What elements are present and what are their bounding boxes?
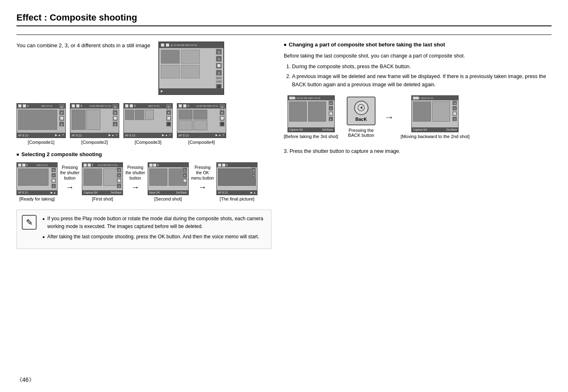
arrow-2: Pressingthe shutterbutton → — [125, 165, 145, 199]
arrow-3: Pressingthe OKmenu button → — [191, 165, 214, 199]
shooting-sequence: ⬜ ⬜ 8 2007.07.21 Q A ⬜ || AF $ 12-▶ ▲ — [16, 162, 271, 201]
page-number: 《46》 — [16, 376, 35, 384]
pressing-shutter-2-label: Pressingthe shutterbutton — [125, 165, 145, 181]
seq-final: ⬜ ⬜ 8 Q A AF $ 12-▶ ▲ [The final picture… — [216, 162, 257, 201]
cam-ready: ⬜ ⬜ 8 2007.07.21 Q A ⬜ || AF $ 12-▶ ▲ — [16, 162, 58, 195]
camera-top-bar: ⬜⬜801:00 PM 2007.07.01 — [159, 42, 223, 48]
after-2nd-shot-group: ⬜⬜8 2007.07.01 Q A ⬜ || Capture:SHDel:Ba… — [401, 95, 470, 139]
selecting-section-title: Selecting 2 composite shooting — [16, 151, 271, 157]
cam-final: ⬜ ⬜ 8 Q A AF $ 12-▶ ▲ — [216, 162, 257, 195]
seq-first-shot: ⬜ ⬜ 8 01:01 PM 2007.07.01 Q A ⬜ || Captu… — [82, 162, 123, 201]
seq-second-shot: ⬜ ⬜ 8 Q A ⬜ Save:OKDel:Back [Second shot… — [148, 162, 189, 201]
composite-examples-row: ⬜ ⬜ 8 2007.07.21 Q A ⬜ || AF $ 12-▶ ▲ ↗ — [16, 103, 271, 145]
large-camera-preview: ⬜⬜801:00 PM 2007.07.01 Q A ⬜ || OFF ⬛ — [158, 42, 224, 95]
back-button-visual-group: BacK Pressing the BACK button — [345, 97, 378, 138]
note-icon: ✎ — [22, 215, 37, 230]
pressing-ok-label: Pressingthe OKmenu button — [191, 165, 214, 181]
seq-ready: ⬜ ⬜ 8 2007.07.21 Q A ⬜ || AF $ 12-▶ ▲ — [16, 162, 58, 201]
composite-4-label: [Composite4] — [177, 140, 226, 145]
steps-list: During the composite shots, press the BA… — [292, 62, 552, 89]
seq-second-label: [Second shot] — [148, 196, 189, 201]
step-1: During the composite shots, press the BA… — [292, 62, 552, 71]
note-text: If you press the Play mode button or rot… — [42, 215, 266, 244]
camera-bottom-bar: ▶ — [159, 88, 223, 94]
seq-final-label: [The final picture] — [216, 196, 257, 201]
step-3: 3. Press the shutter button to capture a… — [284, 147, 552, 155]
right-body-text: Before taking the last composite shot, y… — [284, 52, 552, 60]
arrow-right: → — [384, 111, 394, 123]
composite-1-label: [Composite1] — [16, 140, 66, 145]
cam-after-back: ⬜⬜8 2007.07.01 Q A ⬜ || Capture:SHDel:Ba… — [411, 95, 459, 132]
composite-3: ⬜ ⬜ 8 2007.07.01 Q A ⬜ ⬛ — [123, 103, 173, 145]
before-3rd-shot-group: ⬜⬜8 01:00 PM 2007.07.01 Q A ⬜ || Capture… — [284, 95, 338, 139]
intro-text: You can combine 2, 3, or 4 different sho… — [16, 42, 150, 50]
composite-1: ⬜ ⬜ 8 2007.07.21 Q A ⬜ || AF $ 12-▶ ▲ ↗ — [16, 103, 66, 145]
left-column: You can combine 2, 3, or 4 different sho… — [16, 42, 271, 249]
after-2nd-label: [Moving backward to the 2nd shot] — [401, 134, 470, 139]
composite-2: ⬜ ⬜ 8 01:00 PM 2007.07.01 Q A ⬜ || — [70, 103, 119, 145]
pressing-back-label: Pressing the BACK button — [345, 128, 378, 138]
seq-ready-label: [Ready for taking] — [16, 196, 58, 201]
page-title: Effect : Composite shooting — [16, 12, 552, 26]
right-column: Changing a part of composite shot before… — [284, 42, 552, 249]
before-3rd-label: [Before taking the 3rd shot] — [284, 134, 338, 139]
pressing-shutter-1-label: Pressingthe shutterbutton — [60, 165, 79, 181]
back-icon — [354, 101, 369, 115]
composite-2-label: [Composite2] — [70, 140, 119, 145]
cam-before-3rd: ⬜⬜8 01:00 PM 2007.07.01 Q A ⬜ || Capture… — [287, 95, 335, 132]
arrow-1: Pressingthe shutterbutton → — [60, 165, 79, 199]
camera-icon-panel: Q A ⬜ || OFF ⬛ — [216, 49, 222, 90]
cam-first-shot: ⬜ ⬜ 8 01:01 PM 2007.07.01 Q A ⬜ || Captu… — [82, 162, 123, 195]
cam-second-shot: ⬜ ⬜ 8 Q A ⬜ Save:OKDel:Back — [148, 162, 189, 195]
back-label: BacK — [355, 117, 367, 122]
note-2: After taking the last composite shooting… — [47, 233, 259, 241]
camera-main-area — [159, 48, 223, 80]
composite-4: ⬜ ⬜ 8 01:00 PM 2007.07.01 Q A ⬜ ⬛ — [177, 103, 226, 145]
back-button-section: ⬜⬜8 01:00 PM 2007.07.01 Q A ⬜ || Capture… — [284, 95, 552, 139]
composite-3-label: [Composite3] — [123, 140, 173, 145]
step-2: A previous image will be deleted and new… — [292, 72, 552, 89]
note-box: ✎ If you press the Play mode button or r… — [16, 210, 271, 249]
seq-first-label: [First shot] — [82, 196, 123, 201]
right-section-title: Changing a part of composite shot before… — [284, 42, 552, 48]
back-button-visual: BacK — [347, 97, 376, 125]
note-1: If you press the Play mode button or rot… — [47, 215, 266, 231]
